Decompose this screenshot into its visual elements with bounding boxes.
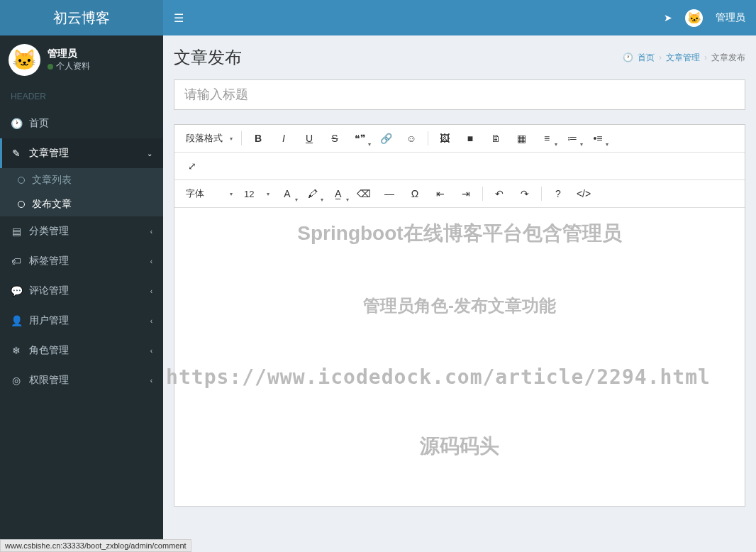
breadcrumb-current: 文章发布 xyxy=(711,52,745,64)
video-button[interactable]: ■ xyxy=(458,128,482,149)
snowflake-icon: ❄ xyxy=(11,345,22,356)
editor-toolbar-row2: 字体 12 A 🖍 A̲ ⌫ — Ω ⇤ ⇥ ↶ ↷ ? </> xyxy=(174,180,745,208)
chevron-left-icon: ‹ xyxy=(150,377,152,385)
sidebar-item-comment[interactable]: 💬 评论管理 ‹ xyxy=(0,276,163,306)
sidebar-item-role[interactable]: ❄ 角色管理 ‹ xyxy=(0,336,163,365)
chevron-left-icon: ‹ xyxy=(150,317,152,325)
breadcrumb-home[interactable]: 首页 xyxy=(638,52,655,64)
chevron-left-icon: ‹ xyxy=(150,258,152,265)
link-button[interactable]: 🔗 xyxy=(374,128,398,149)
app-logo[interactable]: 初云博客 xyxy=(0,0,163,35)
user-status[interactable]: 个人资料 xyxy=(48,60,90,72)
sidebar-item-category[interactable]: ▤ 分类管理 ‹ xyxy=(0,216,163,246)
hr-button[interactable]: — xyxy=(377,183,401,204)
sidebar-item-tag[interactable]: 🏷 标签管理 ‹ xyxy=(0,246,163,276)
align-button[interactable]: ≡ xyxy=(535,128,559,149)
paragraph-format-select[interactable]: 段落格式 xyxy=(180,128,237,149)
sidebar: 🐱 管理员 个人资料 HEADER 🕐 首页 ✎ 文章管理 ⌄ 文章列表 发布文… xyxy=(0,35,163,552)
chevron-down-icon: ⌄ xyxy=(147,150,152,158)
dashboard-icon: 🕐 xyxy=(623,53,633,62)
edit-icon: ✎ xyxy=(11,148,22,159)
user-panel: 🐱 管理员 个人资料 xyxy=(0,35,163,84)
inline-style-button[interactable]: A̲ xyxy=(326,183,350,204)
chevron-left-icon: ‹ xyxy=(150,228,152,236)
breadcrumb-sep: › xyxy=(704,53,707,62)
editor-toolbar-row1b: ⤢ xyxy=(174,153,745,180)
underline-button[interactable]: U xyxy=(297,128,321,149)
undo-button[interactable]: ↶ xyxy=(487,183,511,204)
ordered-list-button[interactable]: ≔ xyxy=(560,128,584,149)
font-family-select[interactable]: 字体 xyxy=(180,183,237,204)
circle-icon xyxy=(18,201,25,208)
top-nav: ☰ ➤ 🐱 管理员 xyxy=(163,9,756,27)
image-button[interactable]: 🖼 xyxy=(433,128,457,149)
chevron-left-icon: ‹ xyxy=(150,347,152,355)
file-button[interactable]: 🗎 xyxy=(484,128,508,149)
code-view-button[interactable]: </> xyxy=(572,183,596,204)
user-info: 管理员 个人资料 xyxy=(48,48,90,72)
clear-format-button[interactable]: ⌫ xyxy=(352,183,376,204)
sidebar-item-user[interactable]: 👤 用户管理 ‹ xyxy=(0,306,163,336)
fullscreen-button[interactable]: ⤢ xyxy=(180,155,204,177)
table-button[interactable]: ▦ xyxy=(509,128,533,149)
italic-button[interactable]: I xyxy=(272,128,296,149)
status-bar: www.csbishe.cn:33333/boot_zxblog/admin/c… xyxy=(0,539,191,552)
top-header: 初云博客 ☰ ➤ 🐱 管理员 xyxy=(0,0,756,35)
sidebar-item-permission[interactable]: ◎ 权限管理 ‹ xyxy=(0,365,163,395)
emoji-button[interactable]: ☺ xyxy=(399,128,423,149)
tag-icon: 🏷 xyxy=(11,255,22,267)
font-size-select[interactable]: 12 xyxy=(238,183,274,204)
unordered-list-button[interactable]: •≡ xyxy=(586,128,610,149)
user-label[interactable]: 管理员 xyxy=(716,11,745,24)
bold-button[interactable]: B xyxy=(246,128,270,149)
strikethrough-button[interactable]: S xyxy=(323,128,347,149)
submenu-article-list[interactable]: 文章列表 xyxy=(0,168,163,192)
quote-button[interactable]: ❝❞ xyxy=(348,128,372,149)
font-color-button[interactable]: A xyxy=(275,183,299,204)
content-wrapper: 文章发布 🕐 首页 › 文章管理 › 文章发布 段落格式 B I U S ❝❞ … xyxy=(163,35,756,552)
redo-button[interactable]: ↷ xyxy=(513,183,537,204)
sidebar-section-header: HEADER xyxy=(0,84,163,109)
submenu-article: 文章列表 发布文章 xyxy=(0,168,163,216)
title-input[interactable] xyxy=(174,79,745,110)
book-icon: ▤ xyxy=(11,226,22,237)
content-body: 段落格式 B I U S ❝❞ 🔗 ☺ 🖼 ■ 🗎 ▦ ≡ ≔ •≡ ⤢ xyxy=(163,79,756,517)
indent-button[interactable]: ⇤ xyxy=(428,183,452,204)
rich-editor: 段落格式 B I U S ❝❞ 🔗 ☺ 🖼 ■ 🗎 ▦ ≡ ≔ •≡ ⤢ xyxy=(174,124,745,507)
user-name: 管理员 xyxy=(48,48,90,60)
breadcrumb-mid[interactable]: 文章管理 xyxy=(666,52,700,64)
editor-toolbar-row1: 段落格式 B I U S ❝❞ 🔗 ☺ 🖼 ■ 🗎 ▦ ≡ ≔ •≡ xyxy=(174,125,745,153)
top-right: ➤ 🐱 管理员 xyxy=(664,9,745,27)
avatar-large[interactable]: 🐱 xyxy=(9,44,40,76)
circle-icon xyxy=(18,177,25,184)
breadcrumb-sep: › xyxy=(659,53,662,62)
outdent-button[interactable]: ⇥ xyxy=(454,183,478,204)
status-dot-icon xyxy=(48,64,53,70)
breadcrumb: 🕐 首页 › 文章管理 › 文章发布 xyxy=(623,52,745,64)
sidebar-toggle-icon[interactable]: ☰ xyxy=(174,11,184,25)
avatar-icon[interactable]: 🐱 xyxy=(685,9,703,27)
special-char-button[interactable]: Ω xyxy=(403,183,427,204)
location-icon[interactable]: ➤ xyxy=(664,12,672,23)
chevron-left-icon: ‹ xyxy=(150,287,152,295)
content-header: 文章发布 🕐 首页 › 文章管理 › 文章发布 xyxy=(163,35,756,79)
target-icon: ◎ xyxy=(11,375,22,386)
help-button[interactable]: ? xyxy=(546,183,570,204)
page-title: 文章发布 xyxy=(174,46,242,69)
dashboard-icon: 🕐 xyxy=(11,118,22,129)
bg-color-button[interactable]: 🖍 xyxy=(301,183,325,204)
editor-body[interactable] xyxy=(174,208,745,506)
sidebar-item-article[interactable]: ✎ 文章管理 ⌄ xyxy=(0,138,163,168)
comment-icon: 💬 xyxy=(11,285,22,297)
user-icon: 👤 xyxy=(11,315,22,326)
sidebar-item-home[interactable]: 🕐 首页 xyxy=(0,109,163,138)
submenu-article-publish[interactable]: 发布文章 xyxy=(0,192,163,216)
